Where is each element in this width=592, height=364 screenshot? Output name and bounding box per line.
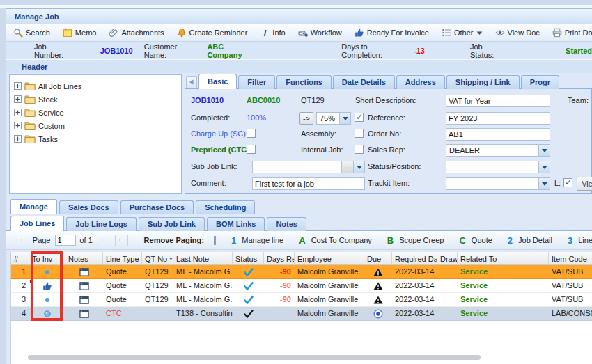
apply-percent-button[interactable]: -> xyxy=(299,112,313,125)
percent-combo[interactable]: 75% xyxy=(316,112,351,125)
employee-cell[interactable]: Malcolm Granville xyxy=(295,265,364,279)
order-no-field[interactable] xyxy=(446,128,550,141)
create-reminder-button[interactable]: Create Reminder xyxy=(173,26,252,39)
status-cell[interactable] xyxy=(233,307,264,321)
drawing-cell[interactable] xyxy=(437,307,458,321)
column-header-notes[interactable]: Notes xyxy=(65,252,103,265)
chevron-down-icon[interactable] xyxy=(353,161,364,173)
assembly-checkbox[interactable] xyxy=(355,129,364,138)
due-cell[interactable] xyxy=(364,307,392,321)
view-doc-button[interactable]: View Doc xyxy=(491,26,544,39)
shortcut-manage-line[interactable]: 1Manage line xyxy=(231,235,283,246)
due-cell[interactable] xyxy=(364,265,392,279)
column-header-col[interactable]: # xyxy=(11,252,29,265)
required-date-cell[interactable]: 2022-03-14 xyxy=(392,265,437,279)
drawing-cell[interactable] xyxy=(437,279,458,293)
item-code-cell[interactable]: VAT/SUB xyxy=(549,293,592,307)
row-number[interactable]: 4 xyxy=(11,307,29,321)
to-inv-cell[interactable] xyxy=(29,293,65,307)
comment-field[interactable] xyxy=(252,177,365,190)
tab-basic[interactable]: Basic xyxy=(198,74,237,89)
ready-for-invoice-button[interactable]: Ready For Invoice xyxy=(350,26,433,39)
l-checkbox[interactable] xyxy=(563,178,572,187)
related-to-cell[interactable]: Service xyxy=(458,293,549,307)
chevron-down-icon[interactable] xyxy=(538,145,550,156)
line-type-cell[interactable]: Quote xyxy=(103,293,142,307)
tab-date-details[interactable]: Date Details xyxy=(333,75,395,89)
refresh-icon[interactable] xyxy=(119,235,120,246)
info-button[interactable]: iInfo xyxy=(256,26,289,39)
tree-item-stock[interactable]: Stock xyxy=(13,93,178,106)
percent-checkbox[interactable] xyxy=(355,113,364,122)
tab-address[interactable]: Address xyxy=(396,75,445,89)
last-note-cell[interactable]: ML - Malcolm G... xyxy=(173,265,233,279)
shortcut-quote[interactable]: CQuote xyxy=(459,235,492,246)
qt-no-cell[interactable]: QT129 xyxy=(142,293,173,307)
employee-cell[interactable]: Malcolm Granville xyxy=(295,293,364,307)
notes-cell[interactable] xyxy=(65,265,103,279)
tab-scheduling[interactable]: Scheduling xyxy=(196,200,255,214)
row-number[interactable]: 3 xyxy=(11,293,29,307)
short-description-field[interactable] xyxy=(446,95,550,107)
column-header-status[interactable]: Status xyxy=(233,252,264,265)
next-page-button[interactable] xyxy=(102,235,104,246)
column-header-qt-no[interactable]: QT No xyxy=(142,252,173,265)
table-row[interactable]: 2QuoteQT129ML - Malcolm G...-90Malcolm G… xyxy=(11,279,592,293)
due-cell[interactable] xyxy=(364,279,392,293)
column-header-line-type[interactable]: Line Type xyxy=(103,252,142,265)
column-header-item-code[interactable]: Item Code xyxy=(549,252,592,265)
qt-no-cell[interactable]: QT129 xyxy=(142,265,173,279)
qt-no-cell[interactable] xyxy=(142,307,173,321)
to-inv-cell[interactable] xyxy=(29,265,65,279)
tab-notes[interactable]: Notes xyxy=(267,217,306,231)
line-type-cell[interactable]: CTC xyxy=(103,307,142,321)
tab-filter[interactable]: Filter xyxy=(238,75,275,89)
tab-bom-links[interactable]: BOM Links xyxy=(207,217,265,231)
required-date-cell[interactable]: 2022-03-14 xyxy=(392,307,437,321)
reference-field[interactable] xyxy=(446,112,550,125)
last-note-cell[interactable]: T138 - Consulting xyxy=(173,307,233,321)
tab-progr[interactable]: Progr xyxy=(521,75,559,89)
employee-cell[interactable]: Malcolm Granville xyxy=(295,279,364,293)
table-row[interactable]: 4CTCT138 - ConsultingMalcolm Granville20… xyxy=(11,307,592,321)
column-header-days-rec[interactable]: Days Rec xyxy=(264,252,295,265)
charge-up-checkbox[interactable] xyxy=(247,129,256,138)
status-cell[interactable] xyxy=(233,293,264,307)
line-type-cell[interactable]: Quote xyxy=(103,279,142,293)
status-position-combo[interactable] xyxy=(446,161,550,173)
horizontal-scrollbar[interactable] xyxy=(28,355,481,360)
tab-job-lines[interactable]: Job Lines xyxy=(10,216,64,231)
tree-item-custom[interactable]: Custom xyxy=(13,119,178,132)
employee-cell[interactable]: Malcolm Granville xyxy=(295,307,364,321)
days-rec-cell[interactable] xyxy=(264,307,295,321)
prev-page-button[interactable] xyxy=(20,235,22,246)
tree-item-service[interactable]: Service xyxy=(13,106,178,119)
days-rec-cell[interactable]: -90 xyxy=(264,279,295,293)
internal-job-checkbox[interactable] xyxy=(355,145,364,154)
tree-item-all-job-lines[interactable]: All Job Lines xyxy=(13,79,178,93)
view-button[interactable]: View xyxy=(577,177,592,191)
column-header-due[interactable]: Due xyxy=(364,252,392,265)
page-number-input[interactable] xyxy=(55,235,76,246)
chevron-down-icon[interactable] xyxy=(339,113,350,124)
other-button[interactable]: Other xyxy=(437,26,487,39)
to-inv-cell[interactable] xyxy=(29,279,65,293)
item-code-cell[interactable]: VAT/SUB xyxy=(549,265,592,279)
tab-sales-docs[interactable]: Sales Docs xyxy=(59,200,118,214)
tree-item-tasks[interactable]: Tasks xyxy=(13,132,178,145)
trackit-item-combo[interactable] xyxy=(446,177,550,190)
shortcut-cost-to-company[interactable]: ACost To Company xyxy=(299,235,372,246)
column-header-to-inv[interactable]: To Inv xyxy=(29,252,65,265)
row-number[interactable]: 2 xyxy=(11,279,29,293)
due-cell[interactable] xyxy=(364,293,392,307)
last-note-cell[interactable]: ML - Malcolm G... xyxy=(173,293,233,307)
required-date-cell[interactable]: 2022-03-14 xyxy=(392,293,437,307)
tab-scroll-left-button[interactable] xyxy=(186,76,197,88)
status-cell[interactable] xyxy=(233,265,264,279)
drawing-cell[interactable] xyxy=(437,293,458,307)
column-header-employee[interactable]: Employee xyxy=(295,252,364,265)
chevron-down-icon[interactable] xyxy=(538,161,550,173)
tab-purchase-docs[interactable]: Purchase Docs xyxy=(120,200,194,214)
shortcut-job-detail[interactable]: 2Job Detail xyxy=(508,235,552,246)
tab-manage[interactable]: Manage xyxy=(10,199,57,214)
